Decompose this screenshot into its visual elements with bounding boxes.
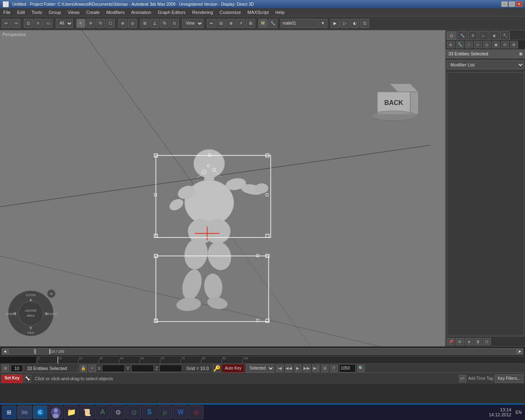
panel-tool-1[interactable]: ⊞ — [447, 41, 455, 48]
maximize-button[interactable]: □ — [509, 1, 515, 7]
remove-modifier[interactable]: 🗑 — [474, 338, 482, 345]
panel-tool-3[interactable]: ⬡ — [465, 41, 473, 48]
undo-button[interactable]: ↩ — [2, 19, 11, 28]
select-by-name-button[interactable]: ≡ — [34, 19, 43, 28]
y-input[interactable] — [131, 365, 154, 372]
panel-tool-7[interactable]: ⊟ — [501, 41, 509, 48]
start-button[interactable]: ⊞ — [2, 405, 16, 419]
menu-create[interactable]: Create — [83, 9, 103, 16]
selection-sets-button[interactable]: ▼ — [318, 19, 327, 28]
menu-customize[interactable]: Customize — [216, 9, 244, 16]
zoom-time-button[interactable]: 🔍 — [357, 365, 365, 372]
make-unique-button[interactable]: ◈ — [465, 338, 473, 345]
align-button[interactable]: ⊟ — [217, 19, 226, 28]
x-input[interactable] — [102, 365, 125, 372]
select-object-button[interactable]: ⊡ — [24, 19, 33, 28]
taskbar-torrent[interactable]: μ — [158, 405, 172, 419]
lock-button[interactable]: 🔒 — [80, 365, 87, 372]
navigation-circle[interactable]: ✕ ZOOM PAN ORBIT REWIND CENTER WALK ▲ ▼ … — [4, 289, 57, 338]
curve-editor-button[interactable]: ↗ — [236, 19, 245, 28]
taskbar-word[interactable]: W — [173, 405, 188, 419]
timeline-right-button[interactable]: ► — [517, 348, 523, 355]
select-tool-button[interactable]: ↖ — [76, 19, 85, 28]
taskbar-circle[interactable]: ⊙ — [126, 405, 141, 419]
key-mode-button[interactable]: ⊞ — [321, 365, 329, 372]
time-config-button[interactable]: ⏱ — [330, 365, 338, 372]
taskbar-avatar[interactable] — [48, 405, 63, 419]
activeshade-button[interactable]: ◐ — [350, 19, 359, 28]
auto-key-button[interactable]: Auto Key — [222, 364, 244, 372]
prev-frame-button[interactable]: |◀ — [276, 365, 283, 372]
named-selection-input[interactable] — [281, 19, 317, 28]
selected-dropdown[interactable]: Selected — [246, 364, 274, 372]
status-icon-anim[interactable]: ⊞ — [2, 365, 9, 372]
filter-dropdown[interactable]: All — [56, 19, 73, 28]
window-controls[interactable]: ─ □ ✕ — [501, 1, 523, 7]
menu-animation[interactable]: Animation — [128, 9, 155, 16]
taskbar-app2[interactable]: ⊞ — [189, 405, 203, 419]
prev-key-button[interactable]: ◀◀ — [285, 365, 292, 372]
tab-modify[interactable]: 🔧 — [457, 31, 467, 40]
snap-toggle[interactable]: ⊞ — [140, 19, 149, 28]
next-frame-button[interactable]: ▶| — [312, 365, 320, 372]
menu-group[interactable]: Group — [45, 9, 64, 16]
configure-buttons[interactable]: ⊡ — [483, 338, 491, 345]
panel-tool-4[interactable]: ⊙ — [474, 41, 482, 48]
panel-tool-5[interactable]: ◎ — [483, 41, 491, 48]
quick-render-button[interactable]: ▷ — [340, 19, 349, 28]
select-scale-button[interactable]: ⬡ — [106, 19, 115, 28]
render-button[interactable]: ▶ — [331, 19, 340, 28]
next-key-button[interactable]: ▶▶ — [303, 365, 310, 372]
timeline-thumb[interactable] — [34, 349, 36, 354]
tab-create[interactable]: ⬡ — [447, 31, 457, 40]
transform-icon[interactable]: + — [89, 365, 96, 372]
play-button[interactable]: ▶ — [294, 365, 301, 372]
show-end-result[interactable]: ⊞ — [456, 338, 464, 345]
material-editor-button[interactable]: M — [258, 19, 267, 28]
redo-button[interactable]: ↪ — [11, 19, 21, 28]
spinner-snap[interactable]: ⊙ — [170, 19, 179, 28]
tab-hierarchy[interactable]: ⚙ — [468, 31, 478, 40]
pin-stack-button[interactable]: 📌 — [447, 338, 455, 345]
use-selection-center[interactable]: ◎ — [128, 19, 137, 28]
menu-file[interactable]: File — [0, 9, 14, 16]
taskbar-skype[interactable]: S — [142, 405, 157, 419]
select-rotate-button[interactable]: ↻ — [96, 19, 105, 28]
taskbar-app1[interactable]: A — [95, 405, 110, 419]
menu-graph-editors[interactable]: Graph Editors — [155, 9, 189, 16]
menu-views[interactable]: Views — [64, 9, 83, 16]
taskbar-3dsmax[interactable]: 3ds — [17, 405, 32, 419]
tab-utilities[interactable]: 🔨 — [500, 31, 510, 40]
menu-edit[interactable]: Edit — [14, 9, 28, 16]
select-move-button[interactable]: ✛ — [86, 19, 95, 28]
viewport[interactable]: Perspective — [0, 30, 445, 346]
modifier-list-dropdown[interactable]: Modifier List — [447, 60, 524, 69]
close-button[interactable]: ✕ — [516, 1, 523, 7]
taskbar-gear[interactable]: ⚙ — [111, 405, 126, 419]
tab-display[interactable]: ◉ — [489, 31, 499, 40]
layer-manager-button[interactable]: ⊕ — [226, 19, 235, 28]
minimize-button[interactable]: ─ — [501, 1, 508, 7]
tab-motion[interactable]: ▷ — [479, 31, 488, 40]
taskbar-browser[interactable]: IE — [33, 405, 48, 419]
reference-coord-button[interactable]: ⊕ — [118, 19, 127, 28]
menu-modifiers[interactable]: Modifiers — [103, 9, 128, 16]
timeline-scrollbar[interactable]: 10 / 100 — [8, 348, 517, 355]
panel-tool-8[interactable]: ⊠ — [510, 41, 518, 48]
mirror-button[interactable]: ⇔ — [207, 19, 216, 28]
menu-maxscript[interactable]: MAXScript — [244, 9, 272, 16]
view-dropdown[interactable]: View — [182, 19, 203, 28]
angle-snap[interactable]: ∠ — [150, 19, 159, 28]
taskbar-script[interactable]: 📜 — [80, 405, 94, 419]
select-region-button[interactable]: ▭ — [43, 19, 52, 28]
set-key-button[interactable]: Set Key — [2, 374, 23, 383]
timeline-left-button[interactable]: ◄ — [2, 348, 8, 355]
panel-tool-2[interactable]: 🔧 — [456, 41, 464, 48]
schematic-view-button[interactable]: ⊞ — [246, 19, 255, 28]
panel-tool-6[interactable]: ▣ — [492, 41, 500, 48]
percent-snap[interactable]: % — [160, 19, 169, 28]
frame-input[interactable] — [339, 364, 356, 372]
key-filters-button[interactable]: Key Filters... — [495, 374, 523, 383]
menu-help[interactable]: Help — [272, 9, 288, 16]
render-last-button[interactable]: ⊡ — [360, 19, 369, 28]
